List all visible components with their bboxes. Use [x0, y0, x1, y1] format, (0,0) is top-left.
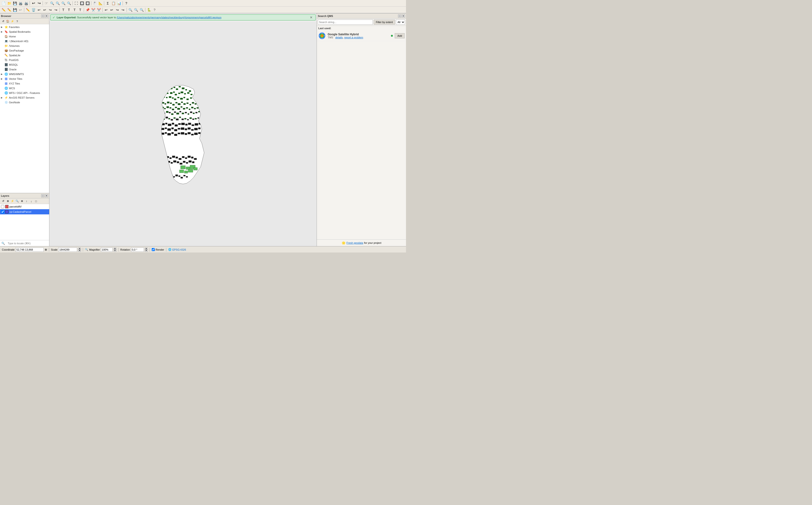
tree-item-geopackage[interactable]: ▶ 📦 GeoPackage: [0, 48, 49, 53]
layer-checkbox-parcelsmv[interactable]: [1, 205, 4, 208]
browser-close-btn[interactable]: ✕: [45, 14, 48, 18]
browser-home-btn[interactable]: 🏠: [6, 19, 10, 23]
search-input[interactable]: [318, 19, 373, 25]
redo3-btn[interactable]: ↪: [53, 7, 58, 12]
tree-item-home[interactable]: ▶ 🏠 Home: [0, 34, 49, 39]
zoom-out-btn[interactable]: 🔍: [55, 1, 60, 6]
search-qms-minimize-btn[interactable]: □: [398, 14, 401, 18]
map-canvas[interactable]: [49, 21, 317, 246]
measure-btn[interactable]: 📐: [98, 1, 103, 6]
coordinate-input[interactable]: [15, 247, 44, 252]
nav-fwd-btn[interactable]: ↪: [121, 7, 126, 12]
tree-item-oracle[interactable]: ▶ 🗄️ Oracle: [0, 67, 49, 72]
pan-fwd-btn[interactable]: ↩: [109, 7, 114, 12]
browser-help-btn[interactable]: ?: [15, 19, 19, 23]
render-checkbox[interactable]: [152, 248, 155, 251]
deselect-btn[interactable]: 🔲: [79, 1, 84, 6]
label-btn[interactable]: T: [61, 7, 66, 12]
undo-btn[interactable]: ↩: [31, 1, 36, 6]
qms-add-btn-1[interactable]: Add: [395, 33, 405, 38]
undo3-btn[interactable]: ↩: [42, 7, 47, 12]
notification-close-btn[interactable]: ✕: [309, 16, 314, 19]
redo2-btn[interactable]: ↪: [48, 7, 53, 12]
tree-item-vector-tiles[interactable]: ▶ ⊞ Vector Tiles: [0, 76, 49, 81]
tree-item-spatialite[interactable]: ▶ ✏️ SpatiaLite: [0, 53, 49, 58]
layers-open-btn[interactable]: ↺: [1, 199, 5, 203]
rotation-input[interactable]: [131, 247, 144, 252]
filter-all-select[interactable]: All: [396, 19, 405, 25]
annotate-btn[interactable]: 📌: [85, 7, 90, 12]
zoom-full-btn[interactable]: 🔍: [61, 1, 66, 6]
layers-minimize-btn[interactable]: □: [41, 194, 44, 197]
tree-item-spatial-bookmarks[interactable]: ▶ 🔖 Spatial Bookmarks: [0, 29, 49, 34]
select-btn[interactable]: ⛶: [74, 1, 79, 6]
layers-group-btn[interactable]: ⊕: [20, 199, 24, 203]
filter-extent-btn[interactable]: Filter by extent: [374, 19, 395, 25]
table-btn[interactable]: 📋: [111, 1, 116, 6]
tree-item-favorites[interactable]: ▶ ⭐ Favorites: [0, 25, 49, 29]
tree-item-volumes[interactable]: ▶ 📁 /Volumes: [0, 43, 49, 48]
annotate3-btn[interactable]: ✂️: [96, 7, 102, 12]
layers-up-btn[interactable]: ↑: [24, 199, 29, 203]
scale-down-btn[interactable]: ▼: [78, 250, 81, 252]
edit-attr-btn[interactable]: ✏️: [25, 7, 30, 12]
nav-back-btn[interactable]: ↪: [115, 7, 120, 12]
delete-feat-btn[interactable]: 🗑️: [31, 7, 36, 12]
epsg-label[interactable]: EPSG:4326: [172, 248, 186, 251]
undo2-btn[interactable]: ↩: [36, 7, 42, 12]
rollback-btn[interactable]: ↩: [18, 7, 23, 12]
new-file-btn[interactable]: 📄: [1, 1, 6, 6]
annotate2-btn[interactable]: ✂️: [90, 7, 96, 12]
identify-btn[interactable]: 🖱️: [92, 1, 97, 6]
pan-back-btn[interactable]: ↩: [104, 7, 109, 12]
edit-node-btn[interactable]: ✏️: [7, 7, 12, 12]
tree-item-xyz-tiles[interactable]: ▶ ⊞ XYZ Tiles: [0, 81, 49, 86]
label2-btn[interactable]: T: [66, 7, 71, 12]
layers-props-btn[interactable]: □: [34, 199, 38, 203]
tree-item-wfs[interactable]: ▶ 🌐 WFS / OGC API - Features: [0, 91, 49, 95]
browser-refresh-btn[interactable]: ↺: [1, 19, 5, 23]
layer-item-cadastral[interactable]: cp:CadastralParcel: [0, 209, 49, 214]
browser-minimize-btn[interactable]: □: [41, 14, 44, 18]
fresh-geodata-link[interactable]: Fresh geodata: [347, 241, 363, 244]
scale-input[interactable]: [58, 247, 77, 252]
magnifier-down-btn[interactable]: ▼: [114, 250, 117, 252]
rotation-down-btn[interactable]: ▼: [145, 250, 148, 252]
save-as-btn[interactable]: 🖨️: [18, 1, 23, 6]
map-tips3-btn[interactable]: 🔍: [139, 7, 144, 12]
tree-item-wcs[interactable]: ▶ 🌐 WCS: [0, 86, 49, 91]
sum-btn[interactable]: Σ: [105, 1, 110, 6]
layer-item-parcelsmv[interactable]: parcelsMV: [0, 204, 49, 209]
python-btn[interactable]: 🐍: [146, 7, 152, 12]
zoom-in-btn[interactable]: 🔍: [49, 1, 54, 6]
help-btn[interactable]: ?: [124, 1, 129, 6]
print-btn[interactable]: 🖨️: [23, 1, 29, 6]
qms-report-link[interactable]: report a problem: [344, 36, 363, 39]
layers-add-btn[interactable]: ⊕: [6, 199, 10, 203]
stats-btn[interactable]: 📊: [117, 1, 122, 6]
qms-details-link[interactable]: details: [335, 36, 343, 39]
tree-item-wms-wmts[interactable]: ▶ 🌐 WMS/WMTS: [0, 72, 49, 76]
browser-filter-btn[interactable]: ⚡: [10, 19, 15, 23]
magnifier-input[interactable]: [101, 247, 113, 252]
layers-search-btn[interactable]: 🔍: [15, 199, 19, 203]
redo-btn[interactable]: ↪: [36, 1, 42, 6]
label3-btn[interactable]: T: [72, 7, 77, 12]
digitize-btn[interactable]: ✏️: [1, 7, 6, 12]
tree-item-macintosh[interactable]: ▶ 💻 / (Macintosh HD): [0, 39, 49, 43]
save-btn[interactable]: 💾: [12, 1, 17, 6]
commit-btn[interactable]: 💾: [12, 7, 17, 12]
map-tips-btn[interactable]: 🔍: [128, 7, 133, 12]
locate-input[interactable]: [6, 240, 49, 246]
search-qms-close-btn[interactable]: ✕: [402, 14, 405, 18]
zoom-layer-btn[interactable]: 🔍: [66, 1, 71, 6]
open-btn[interactable]: 📁: [7, 1, 12, 6]
tree-item-geonode[interactable]: ▶ ❄️ GeoNode: [0, 100, 49, 105]
tree-item-arcgis[interactable]: ▶ ⚡ ArcGIS REST Servers: [0, 95, 49, 100]
map-tips2-btn[interactable]: 🔍: [133, 7, 139, 12]
layers-down-btn[interactable]: ↓: [29, 199, 33, 203]
tree-item-postgis[interactable]: ▶ 🐘 PostGIS: [0, 58, 49, 62]
label4-btn[interactable]: T: [77, 7, 83, 12]
layers-filter-btn[interactable]: ⚡: [10, 199, 15, 203]
plugin-help-btn[interactable]: ?: [152, 7, 157, 12]
